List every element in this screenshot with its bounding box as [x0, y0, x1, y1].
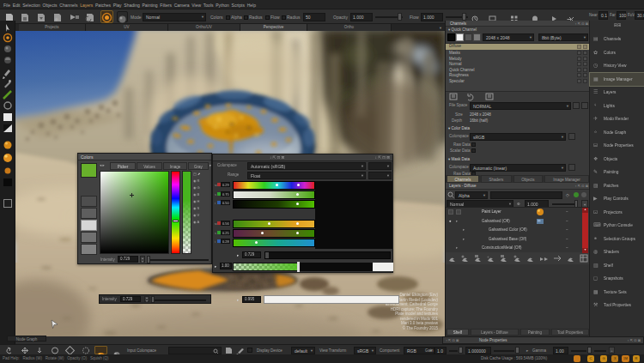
svg-text:+: + [55, 16, 58, 21]
svg-text:+: + [487, 254, 489, 259]
